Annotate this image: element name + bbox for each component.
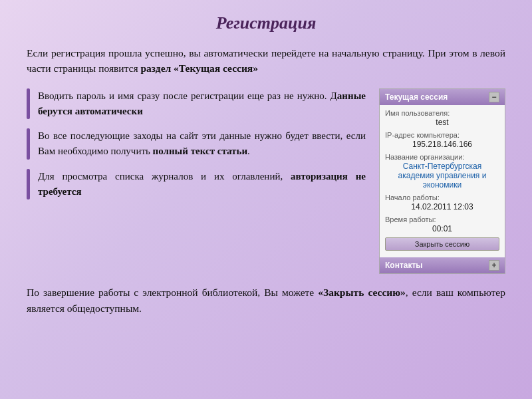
- org-label: Название организации:: [385, 153, 499, 161]
- ip-value: 195.218.146.166: [385, 140, 499, 149]
- purple-bar-2: [27, 128, 30, 160]
- session-widget: Текущая сессия − Имя пользователя: test …: [379, 88, 505, 274]
- page: Регистрация Если регистрация прошла успе…: [0, 0, 532, 399]
- org-value: Санкт-Петербургская академия управления …: [385, 162, 499, 190]
- footer-bold: «Закрыть сессию»: [318, 287, 406, 298]
- right-column: Текущая сессия − Имя пользователя: test …: [379, 88, 505, 274]
- purple-bar-3: [27, 169, 30, 200]
- footer-text1: По завершение работы с электронной библи…: [27, 287, 318, 298]
- block-bold-1: анные берутся автоматически: [38, 90, 366, 116]
- contacts-expand-button[interactable]: +: [489, 260, 499, 271]
- content-area: Вводить пароль и имя сразу после регистр…: [27, 88, 505, 274]
- purple-bar-1: [27, 88, 30, 120]
- left-column: Вводить пароль и имя сразу после регистр…: [27, 88, 366, 274]
- session-body: Имя пользователя: test IP-адрес компьюте…: [380, 105, 505, 256]
- session-header: Текущая сессия −: [380, 89, 505, 105]
- block-text-3: Для просмотра списка журналов и их оглав…: [38, 169, 366, 200]
- time-value: 00:01: [385, 224, 499, 233]
- session-collapse-button[interactable]: −: [489, 92, 499, 102]
- contacts-header: Контакты +: [380, 257, 505, 273]
- start-label: Начало работы:: [385, 194, 499, 201]
- block-bold-3: авторизация не требуется: [38, 171, 366, 197]
- session-title: Текущая сессия: [385, 92, 448, 102]
- footer-paragraph: По завершение работы с электронной библи…: [27, 285, 505, 317]
- page-title: Регистрация: [27, 13, 505, 33]
- block-text-2: Во все последующие заходы на сайт эти да…: [38, 128, 366, 160]
- block-item-2: Во все последующие заходы на сайт эти да…: [27, 128, 366, 160]
- intro-bold: раздел «Текущая сессия»: [140, 63, 258, 74]
- block-text-1: Вводить пароль и имя сразу после регистр…: [38, 88, 366, 120]
- intro-text1: Если регистрация прошла успешно, вы авто…: [27, 47, 505, 74]
- username-label: Имя пользователя:: [385, 109, 499, 117]
- intro-paragraph: Если регистрация прошла успешно, вы авто…: [27, 45, 505, 76]
- start-value: 14.02.2011 12:03: [385, 202, 499, 211]
- ip-label: IP-адрес компьютера:: [385, 131, 499, 139]
- block-item-3: Для просмотра списка журналов и их оглав…: [27, 169, 366, 200]
- block-bold-2: полный текст статьи: [153, 146, 247, 156]
- block-item-1: Вводить пароль и имя сразу после регистр…: [27, 88, 366, 120]
- close-session-button[interactable]: Закрыть сессию: [385, 237, 499, 251]
- time-label: Время работы:: [385, 215, 499, 223]
- contacts-label: Контакты: [385, 261, 423, 270]
- username-value: test: [385, 118, 499, 127]
